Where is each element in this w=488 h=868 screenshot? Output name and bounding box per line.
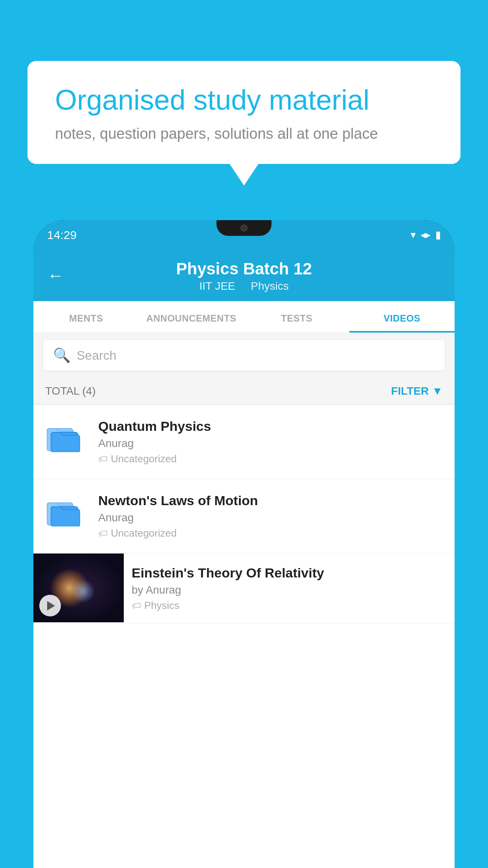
subtitle-physics: Physics [251, 280, 288, 292]
video-thumbnail [33, 554, 124, 622]
play-button[interactable] [39, 595, 61, 616]
app-header: ← Physics Batch 12 IIT JEE Physics [33, 250, 455, 301]
search-icon: 🔍 [53, 347, 71, 364]
video-list: Quantum Physics Anurag 🏷 Uncategorized [33, 405, 455, 624]
item-tag: 🏷 Physics [132, 600, 447, 612]
battery-icon: ▮ [435, 229, 441, 241]
filter-button[interactable]: FILTER ▼ [391, 385, 443, 397]
list-item[interactable]: Quantum Physics Anurag 🏷 Uncategorized [33, 405, 455, 479]
signal-icon: ◂▸ [420, 229, 431, 241]
folder-icon [45, 495, 88, 528]
phone-frame: 14:29 ▾ ◂▸ ▮ ← Physics Batch 12 IIT JEE … [33, 220, 455, 868]
bubble-subtitle: notes, question papers, solutions all at… [55, 125, 433, 142]
header-subtitle: IIT JEE Physics [196, 280, 292, 292]
status-time: 14:29 [47, 228, 77, 242]
subtitle-iitjee: IIT JEE [199, 280, 235, 292]
speech-bubble: Organised study material notes, question… [28, 61, 460, 164]
glow-effect-2 [72, 579, 95, 603]
item-author: Anurag [98, 437, 443, 450]
item-info: Newton's Laws of Motion Anurag 🏷 Uncateg… [98, 493, 443, 539]
back-button[interactable]: ← [47, 266, 64, 285]
status-icons: ▾ ◂▸ ▮ [411, 229, 441, 241]
item-tag: 🏷 Uncategorized [98, 527, 443, 539]
bubble-title: Organised study material [55, 85, 433, 116]
item-title: Einstein's Theory Of Relativity [132, 565, 447, 581]
search-placeholder: Search [77, 348, 116, 363]
item-title: Newton's Laws of Motion [98, 493, 443, 508]
tab-announcements[interactable]: ANNOUNCEMENTS [139, 301, 244, 333]
total-count-label: TOTAL (4) [45, 385, 96, 397]
header-title: Physics Batch 12 [176, 259, 312, 278]
list-item[interactable]: Newton's Laws of Motion Anurag 🏷 Uncateg… [33, 479, 455, 554]
camera-notch [240, 224, 248, 232]
tab-ments[interactable]: MENTS [33, 301, 139, 333]
item-tag: 🏷 Uncategorized [98, 453, 443, 465]
filter-icon: ▼ [432, 385, 443, 397]
tab-videos[interactable]: VIDEOS [349, 301, 455, 333]
item-author: by Anurag [132, 584, 447, 596]
item-author: Anurag [98, 511, 443, 524]
item-info: Quantum Physics Anurag 🏷 Uncategorized [98, 419, 443, 465]
list-item[interactable]: Einstein's Theory Of Relativity by Anura… [33, 554, 455, 624]
status-bar: 14:29 ▾ ◂▸ ▮ [33, 220, 455, 250]
folder-icon [45, 421, 88, 454]
wifi-icon: ▾ [411, 229, 416, 241]
tag-icon: 🏷 [98, 528, 108, 539]
screen: ← Physics Batch 12 IIT JEE Physics MENTS… [33, 250, 455, 868]
play-triangle-icon [47, 601, 55, 611]
filter-bar: TOTAL (4) FILTER ▼ [33, 378, 455, 405]
notch [216, 220, 272, 236]
search-bar[interactable]: 🔍 Search [43, 340, 445, 371]
tab-tests[interactable]: TESTS [244, 301, 349, 333]
item-title: Quantum Physics [98, 419, 443, 434]
tag-icon: 🏷 [132, 600, 141, 611]
tabs-bar: MENTS ANNOUNCEMENTS TESTS VIDEOS [33, 301, 455, 333]
search-container: 🔍 Search [33, 333, 455, 378]
item-info: Einstein's Theory Of Relativity by Anura… [124, 554, 455, 623]
tag-icon: 🏷 [98, 454, 108, 465]
